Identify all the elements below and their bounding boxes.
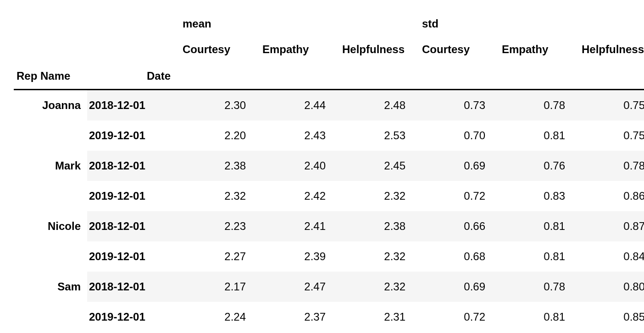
value-cell: 2.45 [339,151,418,181]
value-cell: 0.84 [578,241,644,272]
value-cell: 2.32 [179,181,259,211]
value-cell: 2.40 [259,151,339,181]
value-cell: 0.72 [418,181,498,211]
header-blank [14,36,87,63]
date-cell: 2018-12-01 [87,272,179,302]
rep-cell [14,181,87,211]
header-blank [87,36,179,63]
header-blank [498,63,578,90]
pivot-table: mean std Courtesy Empathy Helpfulness Co… [14,9,644,332]
value-cell: 0.78 [578,151,644,181]
column-group-std: std [418,9,644,36]
table-row: 2019-12-01 2.20 2.43 2.53 0.70 0.81 0.75 [14,120,644,151]
table-row: Sam 2018-12-01 2.17 2.47 2.32 0.69 0.78 … [14,272,644,302]
header-blank [87,9,179,36]
header-blank [259,63,339,90]
value-cell: 2.39 [259,241,339,272]
value-cell: 0.66 [418,211,498,241]
index-label-date: Date [87,63,179,90]
value-cell: 0.76 [498,151,578,181]
date-cell: 2019-12-01 [87,302,179,332]
table-row: 2019-12-01 2.24 2.37 2.31 0.72 0.81 0.85 [14,302,644,332]
date-cell: 2018-12-01 [87,211,179,241]
value-cell: 2.42 [259,181,339,211]
value-cell: 2.37 [259,302,339,332]
table-row: 2019-12-01 2.32 2.42 2.32 0.72 0.83 0.86 [14,181,644,211]
value-cell: 0.85 [578,302,644,332]
value-cell: 2.17 [179,272,259,302]
value-cell: 0.81 [498,302,578,332]
rep-cell [14,302,87,332]
value-cell: 2.38 [179,151,259,181]
value-cell: 2.23 [179,211,259,241]
table-row: Mark 2018-12-01 2.38 2.40 2.45 0.69 0.76… [14,151,644,181]
rep-cell: Nicole [14,211,87,241]
value-cell: 2.47 [259,272,339,302]
value-cell: 2.32 [339,241,418,272]
column-mean-helpfulness: Helpfulness [339,36,418,63]
value-cell: 0.78 [498,272,578,302]
table-row: Joanna 2018-12-01 2.30 2.44 2.48 0.73 0.… [14,90,644,121]
value-cell: 2.41 [259,211,339,241]
column-std-courtesy: Courtesy [418,36,498,63]
value-cell: 2.43 [259,120,339,151]
value-cell: 0.68 [418,241,498,272]
value-cell: 0.80 [578,272,644,302]
value-cell: 0.86 [578,181,644,211]
column-mean-empathy: Empathy [259,36,339,63]
column-mean-courtesy: Courtesy [179,36,259,63]
value-cell: 0.75 [578,90,644,121]
rep-cell: Mark [14,151,87,181]
column-std-empathy: Empathy [498,36,578,63]
value-cell: 0.72 [418,302,498,332]
value-cell: 0.69 [418,151,498,181]
date-cell: 2019-12-01 [87,241,179,272]
value-cell: 0.78 [498,90,578,121]
date-cell: 2019-12-01 [87,120,179,151]
value-cell: 0.69 [418,272,498,302]
rep-cell: Joanna [14,90,87,121]
rep-cell [14,120,87,151]
value-cell: 0.73 [418,90,498,121]
value-cell: 0.87 [578,211,644,241]
value-cell: 0.70 [418,120,498,151]
date-cell: 2019-12-01 [87,181,179,211]
value-cell: 2.30 [179,90,259,121]
column-std-helpfulness: Helpfulness [578,36,644,63]
value-cell: 2.38 [339,211,418,241]
header-blank [14,9,87,36]
column-group-mean: mean [179,9,418,36]
value-cell: 2.31 [339,302,418,332]
value-cell: 2.24 [179,302,259,332]
value-cell: 2.20 [179,120,259,151]
header-blank [578,63,644,90]
value-cell: 0.75 [578,120,644,151]
value-cell: 2.44 [259,90,339,121]
value-cell: 0.81 [498,241,578,272]
header-blank [179,63,259,90]
value-cell: 2.27 [179,241,259,272]
value-cell: 0.81 [498,120,578,151]
table-row: Nicole 2018-12-01 2.23 2.41 2.38 0.66 0.… [14,211,644,241]
value-cell: 2.32 [339,272,418,302]
header-blank [339,63,418,90]
rep-cell [14,241,87,272]
date-cell: 2018-12-01 [87,151,179,181]
value-cell: 2.53 [339,120,418,151]
value-cell: 0.81 [498,211,578,241]
value-cell: 0.83 [498,181,578,211]
table-row: 2019-12-01 2.27 2.39 2.32 0.68 0.81 0.84 [14,241,644,272]
value-cell: 2.48 [339,90,418,121]
rep-cell: Sam [14,272,87,302]
header-blank [418,63,498,90]
date-cell: 2018-12-01 [87,90,179,121]
index-label-rep: Rep Name [14,63,87,90]
value-cell: 2.32 [339,181,418,211]
